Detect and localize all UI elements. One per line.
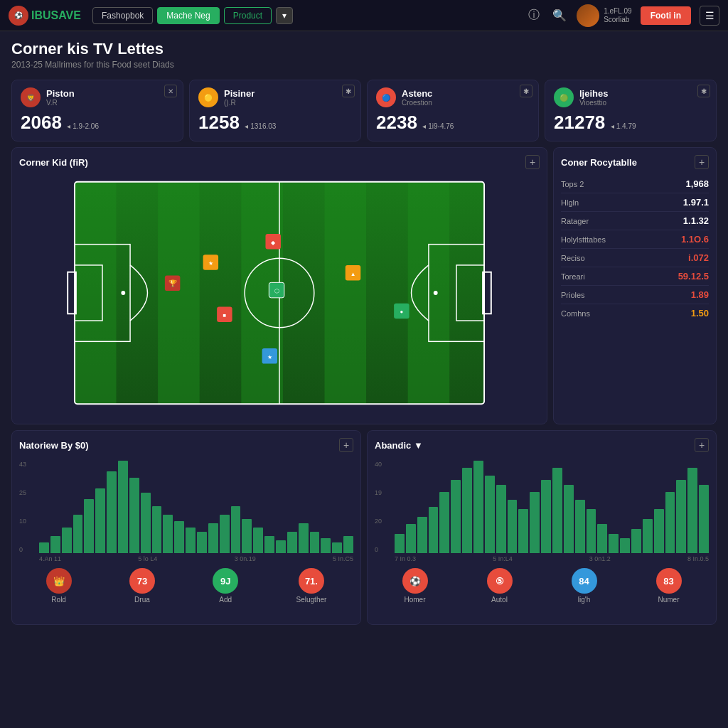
stats-table-row: Ratager1.1.32 <box>561 212 709 230</box>
svg-text:★: ★ <box>208 260 213 267</box>
chart-title-1: Abandic ▼ <box>375 440 423 451</box>
bar <box>287 532 297 553</box>
bar <box>50 536 60 553</box>
bar <box>197 532 207 553</box>
stats-value: 59.12.5 <box>678 271 709 282</box>
stats-row: 🦁 Piston V.R ✕ 2068 ◂ 1.9-2.06 🟡 Pisiner… <box>0 74 728 147</box>
bar <box>174 521 184 553</box>
bar <box>699 485 709 553</box>
page-title-section: Corner kis TV Lettes 2013-25 Mallrimes f… <box>0 31 728 74</box>
info-icon[interactable]: ⓘ <box>525 7 542 24</box>
bar <box>129 478 139 553</box>
stat-change-2: ◂ 1i9-4.76 <box>422 122 454 130</box>
chart-area-0: 43251004.An 115 lo L43 0n.195 In.C5👑Rold… <box>19 461 353 617</box>
stat-close-2[interactable]: ✱ <box>520 85 532 97</box>
bar <box>163 515 173 553</box>
team-badge-circle: ⚽ <box>402 568 428 594</box>
stats-label: Comhns <box>561 309 590 318</box>
bar <box>332 542 342 553</box>
bar <box>253 528 263 553</box>
stats-table: Tops 21,968Hlgln1.97.1Ratager1.1.32Holyl… <box>561 175 709 322</box>
menu-button[interactable]: ☰ <box>700 6 719 26</box>
stat-change-0: ◂ 1.9-2.06 <box>67 122 98 130</box>
bar <box>665 492 675 553</box>
bar <box>152 506 162 554</box>
bar <box>95 488 105 553</box>
bar <box>310 532 320 553</box>
nav-fashopbok[interactable]: Fashopbok <box>92 7 153 24</box>
stat-close-1[interactable]: ✱ <box>342 85 355 97</box>
svg-text:⬡: ⬡ <box>274 288 279 294</box>
stats-table-row: Comhns1.50 <box>561 304 709 322</box>
bar <box>264 536 274 553</box>
bar <box>39 542 49 553</box>
bar <box>687 468 697 553</box>
y-axis-labels: 4325100 <box>19 461 26 553</box>
stats-value: 1,968 <box>685 178 709 189</box>
team-badge-circle: 9J <box>213 568 238 594</box>
bar-chart: 4019200 <box>375 461 709 553</box>
stats-table-title: Coner Rocytablle <box>561 157 637 168</box>
team-badge-circle: 83 <box>656 568 682 594</box>
user-info: 1.eFL.09 Scorliab <box>604 7 631 24</box>
team-badge-item: ⑤Autol <box>487 568 513 604</box>
stats-label: Reciso <box>561 254 585 262</box>
x-axis-labels: 4.An 115 lo L43 0n.195 In.C5 <box>19 555 353 562</box>
bar <box>518 509 528 553</box>
team-badge-item: 9JAdd <box>213 568 238 604</box>
svg-point-17 <box>434 291 438 295</box>
field-add-btn[interactable]: + <box>525 155 540 169</box>
stat-change-1: ◂ 1316.03 <box>245 122 276 130</box>
team-name-0: Piston <box>46 88 75 99</box>
stat-close-0[interactable]: ✕ <box>164 85 177 97</box>
avatar <box>577 4 599 27</box>
team-badge-circle: 73 <box>129 568 155 594</box>
logo-icon: ⚽ <box>9 6 28 26</box>
stats-value: 1.50 <box>691 308 709 318</box>
svg-text:▲: ▲ <box>350 271 356 277</box>
stat-value-2: 2238 <box>376 112 417 133</box>
football-button[interactable]: Footi in <box>641 6 691 25</box>
nav-dropdown[interactable]: ▾ <box>276 7 293 24</box>
header-icons: ⓘ 🔍 1.eFL.09 Scorliab Footi in ☰ <box>525 4 719 27</box>
chart-add-btn-1[interactable]: + <box>695 438 709 452</box>
svg-rect-4 <box>324 182 366 404</box>
bar <box>276 540 286 553</box>
chart-header-0: Natoriew By $0) + <box>19 438 353 452</box>
bar <box>552 468 562 553</box>
stats-table-add-btn[interactable]: + <box>695 155 709 169</box>
bar <box>208 523 218 553</box>
stats-table-row: Hlgln1.97.1 <box>561 193 709 212</box>
stats-table-row: Prioles1.89 <box>561 286 709 304</box>
bar <box>462 468 472 553</box>
team-badge-item: 84lig'h <box>572 568 597 604</box>
bar <box>242 519 252 553</box>
page-title: Corner kis TV Lettes <box>11 40 717 58</box>
team-logo-0: 🦁 <box>21 87 41 107</box>
stat-value-3: 21278 <box>554 112 605 133</box>
stat-close-3[interactable]: ✱ <box>697 85 710 97</box>
team-name-2: Astenc <box>402 88 432 99</box>
team-badge-item: 73Drua <box>129 568 155 604</box>
bar <box>508 500 518 553</box>
stats-label: Hlgln <box>561 198 579 207</box>
bar <box>643 519 653 553</box>
team-badge-label: Numer <box>658 596 679 604</box>
team-name-1: Pisiner <box>224 88 255 99</box>
bar <box>429 507 439 553</box>
stats-value: 1.1.32 <box>683 215 709 226</box>
logo: ⚽ IBUSAVE <box>9 6 81 26</box>
bar <box>439 492 449 553</box>
nav-product[interactable]: Product <box>224 7 272 24</box>
team-badge-label: Rold <box>51 596 66 604</box>
bar <box>676 480 686 553</box>
team-badge-circle: 👑 <box>46 568 72 594</box>
chart-add-btn-0[interactable]: + <box>339 438 353 452</box>
team-badge-circle: 84 <box>572 568 597 594</box>
stats-label: Toreari <box>561 272 585 281</box>
football-field-svg: 🏆 ★ ■ ◆ ⬡ ★ ▲ ● <box>19 175 540 411</box>
team-badges: ⚽Homer⑤Autol84lig'h83Numer <box>375 568 709 604</box>
team-sub-3: Vioesttio <box>579 99 608 107</box>
search-icon[interactable]: 🔍 <box>551 7 568 24</box>
nav-mache-neg[interactable]: Mache Neg <box>157 7 219 24</box>
